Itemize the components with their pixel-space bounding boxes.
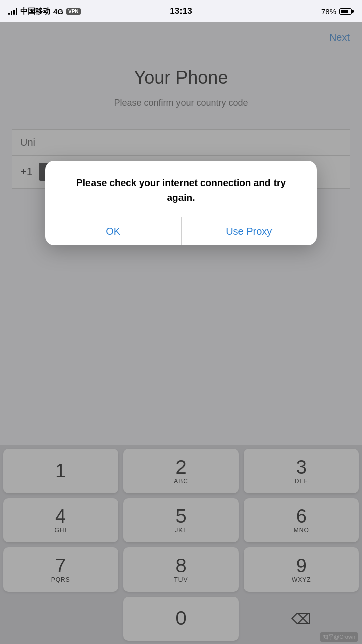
use-proxy-button[interactable]: Use Proxy xyxy=(182,217,317,245)
alert-dialog: Please check your internet connection an… xyxy=(45,161,317,245)
status-time: 13:13 xyxy=(170,6,192,16)
modal-overlay xyxy=(0,22,362,644)
vpn-badge: VPN xyxy=(66,8,81,15)
carrier-label: 中国移动 xyxy=(20,7,50,16)
ok-button[interactable]: OK xyxy=(45,217,181,245)
dialog-text: Please check your internet connection an… xyxy=(63,176,299,205)
battery-percent: 78% xyxy=(321,7,336,16)
status-left: 中国移动 4G VPN xyxy=(8,7,81,16)
dialog-buttons: OK Use Proxy xyxy=(45,217,317,245)
network-label: 4G xyxy=(53,7,63,16)
status-bar: 中国移动 4G VPN 13:13 78% xyxy=(0,0,362,22)
dialog-message-area: Please check your internet connection an… xyxy=(45,161,317,217)
status-right: 78% xyxy=(321,7,354,16)
signal-bars-icon xyxy=(8,8,17,15)
battery-icon xyxy=(339,8,354,15)
